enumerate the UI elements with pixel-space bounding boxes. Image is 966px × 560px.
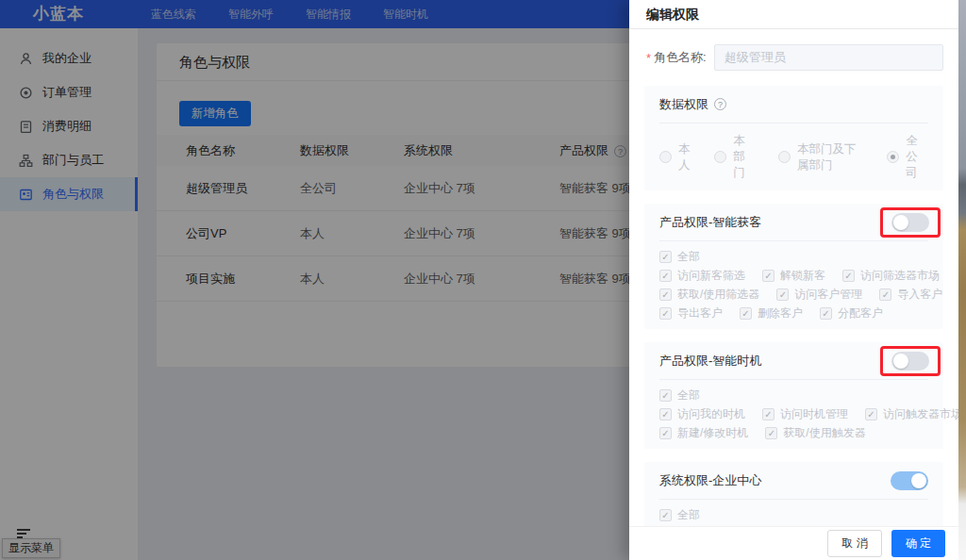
checkbox-row: ✓获取/使用筛选器✓访问客户管理✓导入客户 — [659, 287, 928, 303]
checkbox-checked: ✓ — [879, 288, 891, 301]
checkbox-row: ✓访问新客筛选✓解锁新客✓访问筛选器市场 — [659, 268, 928, 284]
section-title: 数据权限? — [659, 96, 726, 113]
section-toggle[interactable] — [891, 213, 929, 232]
checkbox-checked: ✓ — [740, 307, 752, 320]
section-header: 产品权限-智能获客 — [659, 204, 928, 241]
checkbox-option[interactable]: ✓全部 — [659, 507, 700, 523]
section-title: 产品权限-智能获客 — [659, 214, 761, 231]
annotation-highlight-box — [880, 346, 941, 376]
permission-section-3: 系统权限-企业中心✓全部✓访问我的企业✓访问订单管理✓访问消费明细✓访问部门与用… — [644, 462, 943, 526]
section-toggle[interactable] — [891, 471, 928, 490]
section-body: 本人本部门本部门及下属部门全公司 — [659, 124, 928, 190]
radio-circle — [778, 151, 791, 163]
desktop-wallpaper-strip — [958, 0, 966, 560]
cancel-button[interactable]: 取 消 — [827, 530, 881, 557]
checkbox-row: ✓新建/修改时机✓获取/使用触发器 — [659, 425, 928, 441]
checkbox-checked: ✓ — [659, 251, 672, 263]
checkbox-option[interactable]: ✓删除客户 — [740, 305, 803, 321]
toggle-knob — [893, 215, 908, 230]
permission-sections: 数据权限?本人本部门本部门及下属部门全公司产品权限-智能获客✓全部✓访问新客筛选… — [629, 86, 958, 526]
toggle-knob — [911, 473, 926, 488]
checkbox-option[interactable]: ✓访问触发器市场 — [865, 406, 958, 422]
section-body: ✓全部✓访问我的企业✓访问订单管理✓访问消费明细✓访问部门与用户✓新建/编辑/删… — [659, 500, 928, 526]
checkbox-option[interactable]: ✓全部 — [659, 387, 700, 404]
radio-circle — [714, 151, 726, 163]
checkbox-checked: ✓ — [659, 270, 672, 282]
role-name-input[interactable] — [714, 44, 943, 71]
radio-option[interactable]: 本部门 — [714, 133, 756, 181]
checkbox-option[interactable]: ✓访问客户管理 — [776, 287, 862, 303]
radio-circle — [887, 151, 899, 163]
section-header: 系统权限-企业中心 — [659, 462, 928, 500]
checkbox-option[interactable]: ✓访问我的时机 — [659, 406, 745, 422]
checkbox-checked: ✓ — [776, 288, 789, 301]
checkbox-checked: ✓ — [762, 408, 774, 420]
checkbox-option[interactable]: ✓新建/修改时机 — [659, 425, 748, 441]
checkbox-row: ✓全部 — [659, 507, 928, 523]
checkbox-option[interactable]: ✓解锁新客 — [762, 268, 825, 284]
checkbox-checked: ✓ — [820, 307, 832, 320]
confirm-button[interactable]: 确 定 — [891, 530, 945, 557]
section-body: ✓全部✓访问新客筛选✓解锁新客✓访问筛选器市场✓获取/使用筛选器✓访问客户管理✓… — [659, 241, 928, 329]
checkbox-row: ✓全部 — [659, 249, 928, 265]
radio-option[interactable]: 本部门及下属部门 — [778, 141, 864, 173]
checkbox-row: ✓全部 — [659, 387, 928, 404]
annotation-highlight-box — [880, 207, 941, 238]
section-title: 产品权限-智能时机 — [659, 353, 761, 370]
toggle-knob — [893, 354, 908, 369]
checkbox-checked: ✓ — [765, 427, 777, 439]
role-name-label: 角色名称: — [654, 49, 707, 66]
checkbox-option[interactable]: ✓获取/使用触发器 — [765, 425, 865, 441]
radio-option[interactable]: 全公司 — [887, 133, 928, 181]
section-toggle[interactable] — [891, 352, 929, 371]
checkbox-option[interactable]: ✓访问时机管理 — [762, 406, 848, 422]
checkbox-checked: ✓ — [659, 408, 672, 420]
required-asterisk: * — [646, 51, 651, 65]
permission-section-1: 产品权限-智能获客✓全部✓访问新客筛选✓解锁新客✓访问筛选器市场✓获取/使用筛选… — [644, 204, 943, 329]
checkbox-option[interactable]: ✓分配客户 — [820, 305, 883, 321]
section-body: ✓全部✓访问我的时机✓访问时机管理✓访问触发器市场✓新建/修改时机✓获取/使用触… — [659, 380, 928, 449]
radio-option[interactable]: 本人 — [659, 141, 691, 173]
checkbox-checked: ✓ — [659, 509, 672, 521]
checkbox-checked: ✓ — [659, 389, 672, 402]
edit-permissions-drawer: 编辑权限 * 角色名称: 数据权限?本人本部门本部门及下属部门全公司产品权限-智… — [629, 0, 958, 560]
section-header: 产品权限-智能时机 — [659, 342, 928, 380]
drawer-footer: 取 消 确 定 — [629, 526, 958, 560]
role-name-row: * 角色名称: — [646, 44, 943, 71]
app-screenshot: 小蓝本 蓝色线索智能外呼智能情报智能时机 我的企业订单管理消费明细部门与员工角色… — [0, 0, 966, 560]
checkbox-checked: ✓ — [659, 427, 672, 439]
help-icon[interactable]: ? — [714, 98, 726, 110]
drawer-title: 编辑权限 — [629, 0, 958, 29]
checkbox-checked: ✓ — [659, 288, 672, 301]
radio-group: 本人本部门本部门及下属部门全公司 — [659, 131, 928, 183]
checkbox-option[interactable]: ✓导入客户 — [879, 287, 942, 303]
checkbox-option[interactable]: ✓访问新客筛选 — [659, 268, 745, 284]
checkbox-row: ✓访问我的时机✓访问时机管理✓访问触发器市场 — [659, 406, 928, 422]
checkbox-checked: ✓ — [659, 307, 672, 320]
permission-section-0: 数据权限?本人本部门本部门及下属部门全公司 — [644, 86, 943, 190]
checkbox-option[interactable]: ✓访问筛选器市场 — [842, 268, 940, 284]
checkbox-checked: ✓ — [842, 270, 855, 282]
checkbox-row: ✓导出客户✓删除客户✓分配客户 — [659, 305, 928, 321]
checkbox-option[interactable]: ✓获取/使用筛选器 — [659, 287, 759, 303]
section-title: 系统权限-企业中心 — [659, 472, 761, 489]
drawer-body: * 角色名称: 数据权限?本人本部门本部门及下属部门全公司产品权限-智能获客✓全… — [629, 29, 958, 526]
section-header: 数据权限? — [659, 86, 928, 124]
checkbox-checked: ✓ — [865, 408, 877, 420]
checkbox-checked: ✓ — [762, 270, 774, 282]
permission-section-2: 产品权限-智能时机✓全部✓访问我的时机✓访问时机管理✓访问触发器市场✓新建/修改… — [644, 342, 943, 449]
checkbox-option[interactable]: ✓全部 — [659, 249, 700, 265]
radio-circle — [659, 151, 672, 163]
checkbox-option[interactable]: ✓导出客户 — [659, 305, 723, 321]
